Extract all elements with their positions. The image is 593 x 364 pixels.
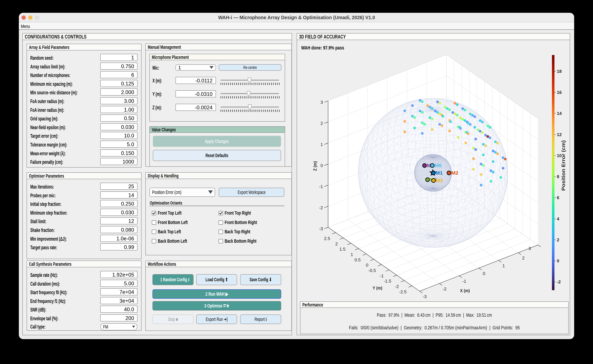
svg-text:-1: -1	[319, 184, 323, 189]
svg-text:0: 0	[557, 258, 559, 263]
svg-text:Position Error (cm): Position Error (cm)	[561, 140, 566, 191]
svg-text:2: 2	[320, 121, 323, 126]
svg-text:2: 2	[335, 241, 338, 247]
svg-text:-2: -2	[319, 205, 323, 210]
svg-text:14: 14	[557, 111, 562, 116]
svg-text:2: 2	[557, 237, 559, 242]
svg-text:-2.5: -2.5	[399, 289, 407, 294]
svg-text:3: 3	[320, 100, 323, 105]
svg-text:12: 12	[557, 132, 562, 137]
svg-text:2: 2	[522, 255, 525, 260]
svg-text:8: 8	[557, 174, 559, 179]
svg-text:-3: -3	[319, 226, 323, 231]
svg-text:-0.5: -0.5	[368, 268, 376, 273]
svg-text:3: 3	[528, 246, 531, 251]
svg-text:18: 18	[557, 69, 562, 74]
svg-text:X (m): X (m)	[460, 288, 470, 293]
svg-text:0: 0	[366, 263, 368, 268]
svg-text:0: 0	[320, 163, 323, 168]
svg-text:0: 0	[483, 271, 485, 276]
svg-text:M1: M1	[436, 170, 443, 176]
svg-text:Z (m): Z (m)	[313, 161, 318, 171]
svg-text:6: 6	[557, 195, 559, 200]
svg-text:M2: M2	[451, 170, 458, 176]
svg-text:2.5: 2.5	[324, 236, 330, 241]
svg-text:1: 1	[502, 263, 505, 268]
svg-text:1: 1	[351, 252, 353, 257]
svg-text:-2: -2	[395, 284, 399, 289]
svg-text:-2: -2	[443, 286, 446, 292]
svg-text:-3: -3	[423, 294, 427, 299]
svg-text:16: 16	[557, 90, 562, 95]
svg-text:1: 1	[320, 142, 323, 147]
svg-text:1.5: 1.5	[339, 247, 345, 252]
svg-text:M6: M6	[435, 163, 442, 168]
svg-text:0.5: 0.5	[355, 257, 361, 262]
svg-text:-2: -2	[557, 280, 561, 285]
svg-text:-1.5: -1.5	[384, 279, 391, 284]
svg-text:-1: -1	[380, 273, 384, 278]
svg-text:-1: -1	[462, 279, 466, 284]
svg-text:4: 4	[557, 216, 559, 221]
svg-text:M3: M3	[436, 178, 443, 183]
svg-text:Y (m): Y (m)	[372, 286, 382, 291]
